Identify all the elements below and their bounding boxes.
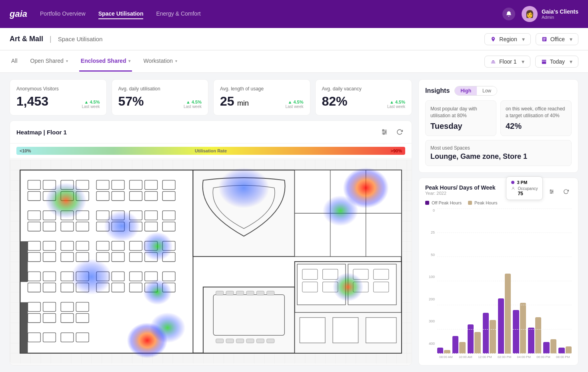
chart-refresh-icon[interactable] — [560, 186, 572, 197]
legend-peak-label: Peak Hours — [474, 200, 497, 205]
tooltip-dot — [511, 181, 514, 184]
insight-popular-day-desc: Most popular day with utilisation at 80% — [430, 106, 491, 119]
breadcrumb-bar: Art & Mall | Space Utilisation Region ▾ … — [0, 28, 588, 50]
insights-card: Insights High Low Most popular day with … — [418, 79, 578, 173]
metric-util-change: ▲ 4.5% — [186, 100, 202, 104]
breadcrumb-sub: Space Utilisation — [58, 36, 103, 42]
bar-off-5 — [498, 298, 504, 354]
tab-all[interactable]: All — [10, 51, 19, 72]
toggle-high[interactable]: High — [455, 86, 477, 95]
chart-header: Peak Hours/ Days of Week Year: 2022 Loun… — [425, 184, 572, 199]
office-filter[interactable]: Office ▾ — [536, 33, 578, 45]
nav-portfolio[interactable]: Portfolio Overview — [40, 9, 86, 19]
bar-peak-9 — [566, 346, 572, 354]
y-label-25: 25 — [425, 230, 436, 234]
insight-most-used: Most used Spaces Lounge, Game zone, Stor… — [425, 140, 572, 166]
svg-rect-103 — [236, 291, 244, 295]
main-content: Anonymous Visitors 1,453 ▲ 4.5% Last wee… — [0, 73, 588, 372]
svg-rect-108 — [226, 339, 234, 343]
legend-peak: Peak Hours — [468, 200, 497, 205]
svg-rect-105 — [256, 291, 264, 295]
chart-settings-icon[interactable] — [546, 186, 557, 197]
bar-peak-1 — [444, 350, 450, 354]
navbar-right: 👩 Gaia's Clients Admin — [502, 6, 578, 22]
y-label-0: 0 — [425, 208, 436, 212]
x-label-0800: 08:00 AM — [437, 355, 455, 359]
bar-group-7 — [528, 208, 541, 354]
bar-group-2 — [452, 208, 466, 354]
svg-rect-134 — [366, 318, 396, 343]
svg-point-139 — [142, 232, 172, 260]
svg-point-140 — [71, 259, 112, 295]
util-high-label: >90% — [391, 148, 402, 153]
heatmap-settings-icon[interactable] — [379, 126, 390, 138]
svg-rect-117 — [295, 213, 330, 256]
chart-controls: Lounge ▾ — [512, 186, 572, 197]
nav-links: Portfolio Overview Space Utilisation Ene… — [40, 9, 502, 19]
navbar: gaia Portfolio Overview Space Utilisatio… — [0, 0, 588, 28]
metric-usage-label: Avg. length of usage — [220, 86, 304, 92]
bar-group-6 — [513, 208, 526, 354]
bar-peak-7 — [535, 317, 541, 354]
chart-title: Peak Hours/ Days of Week — [425, 184, 496, 191]
x-label-1400: 02:00 PM — [496, 355, 513, 359]
tab-open-shared[interactable]: Open Shared ▾ — [29, 51, 70, 72]
user-badge[interactable]: 👩 Gaia's Clients Admin — [522, 6, 578, 22]
toggle-low[interactable]: Low — [477, 86, 497, 95]
bar-chart-inner: 400 300 200 100 50 25 0 — [425, 208, 572, 354]
metric-usage: Avg. length of usage 25 min ▲ 4.5% Last … — [213, 79, 310, 116]
heatmap-refresh-icon[interactable] — [394, 126, 405, 138]
floor-filter[interactable]: Floor 1 ▾ — [484, 56, 530, 68]
metric-vacancy-change: ▲ 4.5% — [390, 100, 405, 104]
heatmap-header: Heatmap | Floor 1 — [10, 121, 412, 144]
logo[interactable]: gaia — [10, 9, 27, 19]
legend-off-peak-label: Off Peak Hours — [432, 200, 462, 205]
x-label-1200: 12:00 PM — [476, 355, 494, 359]
right-panel: Insights High Low Most popular day with … — [418, 79, 578, 366]
floor-plan-svg — [10, 158, 412, 365]
svg-rect-99 — [203, 287, 295, 353]
bar-peak-4 — [490, 320, 496, 354]
x-axis: 08:00 AM 10:00 AM 12:00 PM 02:00 PM 04:0… — [425, 355, 572, 359]
bar-off-1 — [437, 348, 443, 354]
metric-vacancy-label: Avg. daily vacancy — [322, 86, 406, 92]
insight-popular-day: Most popular day with utilisation at 80%… — [425, 100, 496, 136]
bar-peak-8 — [550, 339, 556, 354]
svg-point-137 — [46, 183, 86, 218]
tab-enclosed-shared[interactable]: Enclosed Shared ▾ — [79, 51, 132, 72]
y-axis: 400 300 200 100 50 25 0 — [425, 208, 436, 346]
tab-workstation[interactable]: Workstation ▾ — [142, 51, 179, 72]
svg-rect-112 — [267, 339, 274, 343]
bar-peak-5 — [505, 274, 511, 354]
bell-icon[interactable] — [502, 8, 515, 20]
nav-energy[interactable]: Energy & Comfort — [156, 9, 200, 19]
svg-point-151 — [551, 192, 552, 193]
insights-title: Insights — [425, 87, 450, 94]
insight-toggle: High Low — [454, 86, 497, 96]
metric-util-label: Avg. daily utilisation — [118, 86, 202, 92]
office-label: Office — [550, 36, 565, 42]
svg-rect-119 — [366, 213, 402, 256]
insights-header: Insights High Low — [425, 86, 572, 96]
bar-group-8 — [543, 208, 556, 354]
nav-space[interactable]: Space Utilisation — [98, 9, 144, 19]
svg-point-145 — [218, 168, 269, 208]
metric-vacancy-value: 82% — [322, 94, 348, 109]
chart-card: Peak Hours/ Days of Week Year: 2022 Loun… — [418, 178, 578, 366]
heatmap-controls — [379, 126, 405, 138]
chart-legend: Off Peak Hours Peak Hours — [425, 200, 572, 205]
metric-util-value: 57% — [118, 94, 144, 109]
region-filter[interactable]: Region ▾ — [484, 33, 530, 45]
bar-off-7 — [528, 328, 534, 354]
floor-label: Floor 1 — [499, 58, 517, 65]
y-label-50: 50 — [425, 253, 436, 257]
chart-dropdown[interactable]: Lounge ▾ — [512, 186, 543, 196]
insight-most-used-label: Most used Spaces — [430, 145, 566, 151]
enclosed-chevron: ▾ — [128, 59, 130, 63]
time-filter[interactable]: Today ▾ — [535, 56, 578, 68]
insight-target-util-desc: on this week, office reached a target ut… — [506, 106, 566, 119]
insight-most-used-value: Lounge, Game zone, Store 1 — [430, 152, 566, 161]
util-center-label: Utilisation Rate — [195, 148, 227, 153]
office-chevron: ▾ — [570, 36, 572, 42]
metric-vacancy-since: Last week — [387, 104, 405, 109]
